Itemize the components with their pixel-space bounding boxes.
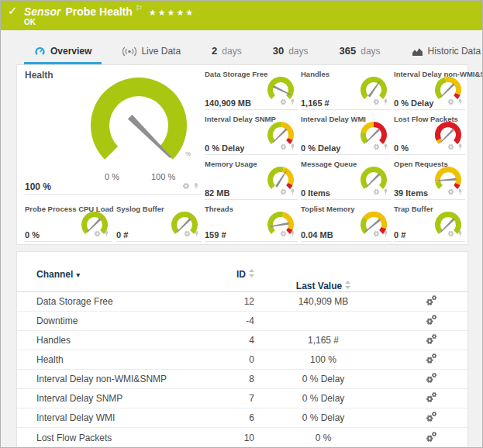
gear-icon[interactable] [280, 95, 287, 109]
tab-label: Overview [50, 46, 91, 57]
gear-icon[interactable] [447, 140, 454, 153]
gauge-cell-probe-process-cpu-load: Probe Process CPU Load0 % [25, 205, 112, 242]
column-header-channel[interactable]: Channel ▾ [36, 269, 219, 280]
gauge-cell-trap-buffer: Trap Buffer0 # [394, 205, 465, 242]
cell-channel[interactable]: Handles [36, 335, 219, 346]
cell-channel[interactable]: Health [36, 354, 219, 365]
pin-icon[interactable] [289, 226, 296, 240]
pin-icon[interactable] [289, 140, 296, 153]
column-header-last-value[interactable]: Last Value [254, 281, 392, 291]
cell-id: 12 [219, 296, 254, 307]
cell-channel[interactable]: Interval Delay WMI [36, 412, 219, 423]
cell-channel[interactable]: Interval Delay non-WMI&SNMP [36, 374, 219, 384]
pin-icon[interactable] [457, 95, 464, 109]
gauge-cell-memory-usage: Memory Usage82 MB [205, 160, 298, 200]
gear-icon[interactable] [373, 140, 380, 153]
pin-icon[interactable] [193, 226, 200, 240]
channel-settings-icon[interactable] [426, 333, 437, 347]
table-row-interval-delay-wmi[interactable]: Interval Delay WMI60 % Delay [17, 408, 467, 428]
channel-settings-icon[interactable] [426, 353, 437, 367]
tab-overview[interactable]: Overview [24, 46, 102, 64]
gear-icon[interactable] [280, 140, 287, 153]
table-row-lost-flow-packets[interactable]: Lost Flow Packets100 % [17, 428, 467, 447]
channel-settings-icon[interactable] [426, 295, 437, 308]
channel-settings-icon[interactable] [426, 372, 437, 386]
tab-30-days[interactable]: 30days [263, 45, 319, 64]
cell-channel[interactable]: Downtime [36, 315, 219, 326]
pin-icon[interactable] [457, 184, 464, 198]
cell-channel[interactable]: Interval Delay SNMP [36, 393, 219, 404]
gauge-title: Syslog Buffer [116, 205, 164, 213]
gear-icon[interactable] [184, 226, 191, 240]
cell-last-value: 1,165 # [254, 335, 392, 346]
gauge-arc [435, 181, 443, 189]
gear-icon[interactable] [373, 95, 380, 109]
gauge-value: 0 % Delay [205, 143, 244, 153]
gauge-title: Message Queue [301, 160, 357, 168]
column-label: ID [236, 269, 246, 280]
gauge-max-label: 100 % [151, 172, 175, 181]
gauge-value: 39 Items [394, 188, 428, 198]
channel-settings-icon[interactable] [426, 431, 437, 445]
tab-2-days[interactable]: 2days [202, 45, 252, 64]
priority-stars[interactable]: ★★★★★ [149, 8, 195, 17]
gear-icon[interactable] [94, 226, 101, 240]
pin-icon[interactable] [382, 184, 389, 198]
gear-icon[interactable] [373, 226, 380, 240]
pin-icon[interactable] [289, 95, 296, 109]
cell-id: 8 [219, 374, 254, 384]
gauge-value: 0.04 MB [301, 230, 333, 240]
tab-number: 365 [340, 45, 357, 57]
gear-icon[interactable] [182, 179, 190, 193]
gauge-value: 100 % [25, 181, 51, 192]
cell-id: 7 [219, 393, 254, 404]
gauge-cell-interval-delay-wmi: Interval Delay WMI0 % Delay [301, 115, 391, 155]
flag-icon[interactable]: ⚐ [136, 4, 143, 12]
table-row-handles[interactable]: Handles41,165 # [17, 331, 467, 350]
pin-icon[interactable] [382, 226, 389, 240]
table-row-health[interactable]: Health0100 % [17, 350, 467, 370]
gauge-value: 159 # [205, 230, 226, 240]
gauge-title: Interval Delay WMI [301, 115, 366, 123]
pin-icon[interactable] [382, 140, 389, 153]
tab-number: 2 [212, 45, 217, 57]
gear-icon[interactable] [280, 184, 287, 198]
gauge-arc [435, 78, 447, 100]
gear-icon[interactable] [447, 184, 454, 198]
gear-icon[interactable] [447, 226, 454, 240]
channel-settings-icon[interactable] [426, 411, 437, 425]
table-header-row: Channel ▾ ID Last Value [17, 269, 467, 292]
table-row-interval-delay-snmp[interactable]: Interval Delay SNMP70 % Delay [17, 389, 467, 408]
tab-365-days[interactable]: 365days [329, 45, 391, 64]
pin-icon[interactable] [457, 140, 464, 153]
table-row-data-storage-free[interactable]: Data Storage Free12140,909 MB [17, 292, 467, 312]
table-body: Data Storage Free12140,909 MBDowntime-4H… [17, 292, 467, 447]
channel-settings-icon[interactable] [426, 391, 437, 405]
gauge-arc [281, 122, 294, 140]
gauge-min-label: 0 % [105, 172, 119, 181]
pin-icon[interactable] [289, 184, 296, 198]
gauge-value: 0 # [394, 230, 405, 240]
cell-last-value: 0 % Delay [254, 412, 392, 423]
pin-icon[interactable] [457, 226, 464, 240]
cell-last-value: 0 % [254, 432, 392, 443]
gauge-value: 1,165 # [301, 98, 329, 108]
channel-settings-icon[interactable] [426, 314, 437, 328]
pin-icon[interactable] [382, 95, 389, 109]
pin-icon[interactable] [192, 179, 200, 193]
gear-icon[interactable] [373, 184, 380, 198]
table-row-downtime[interactable]: Downtime-4 [17, 312, 467, 331]
tab-live-data[interactable]: Live Data [112, 46, 191, 64]
gauge-value: 0 % [394, 143, 409, 153]
cell-channel[interactable]: Lost Flow Packets [36, 432, 219, 443]
table-row-interval-delay-non-wmi-snmp[interactable]: Interval Delay non-WMI&SNMP80 % Delay [17, 370, 467, 389]
gear-icon[interactable] [280, 226, 287, 240]
status-badge: OK [24, 18, 36, 26]
pin-icon[interactable] [103, 226, 110, 240]
channel-table-panel: Channel ▾ ID Last Value Data Storage Fre… [16, 251, 468, 448]
tab-historic-data[interactable]: Historic Data [402, 46, 483, 64]
gauge-title: Memory Usage [205, 160, 257, 168]
column-header-id[interactable]: ID [219, 269, 254, 280]
gear-icon[interactable] [447, 95, 454, 109]
cell-channel[interactable]: Data Storage Free [36, 296, 219, 307]
